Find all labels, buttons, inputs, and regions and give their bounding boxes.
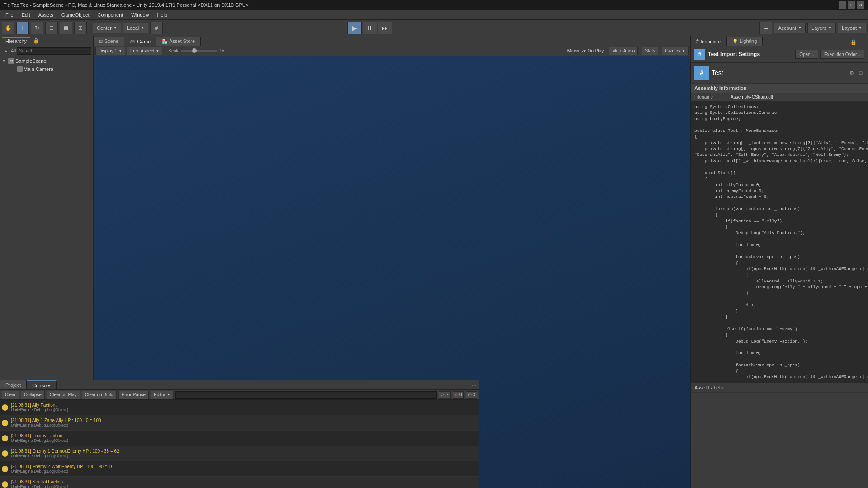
clear-on-play-btn[interactable]: Clear on Play — [47, 391, 80, 399]
collapse-btn[interactable]: Collapse — [21, 391, 45, 399]
inspector-lock-icon[interactable]: 🔒 — [850, 38, 857, 46]
asset-labels-section: Asset Labels — [691, 383, 868, 393]
execution-order-btn[interactable]: Execution Order... — [820, 50, 864, 59]
hierarchy-search[interactable] — [17, 47, 91, 55]
maximize-on-play[interactable]: Maximize On Play — [566, 48, 606, 53]
import-settings-title: Test Import Settings — [708, 51, 760, 57]
menu-component[interactable]: Component — [94, 11, 127, 19]
console-line2: UnityEngine.Debug.Log(Object) — [11, 408, 477, 412]
tool-scale[interactable]: ⊡ — [45, 22, 58, 34]
step-button[interactable]: ⏭ — [378, 22, 392, 34]
game-tab-label: Game — [137, 39, 151, 44]
pause-button[interactable]: ⏸ — [363, 22, 377, 34]
hierarchy-item-camera[interactable]: Main Camera — [0, 65, 93, 73]
tab-scene[interactable]: ⊡ Scene — [94, 37, 124, 46]
menu-edit[interactable]: Edit — [18, 11, 34, 19]
all-label: All — [11, 48, 16, 53]
inspector-content: # Test Import Settings Open... Execution… — [691, 46, 868, 488]
tab-inspector[interactable]: # Inspector — [691, 37, 727, 46]
hierarchy-lock-btn[interactable]: 🔒 — [32, 37, 40, 45]
lighting-tab-label: Lighting — [740, 38, 757, 44]
space-button[interactable]: Local ▼ — [123, 23, 148, 33]
inspector-more-icon[interactable]: ⋯ — [859, 38, 866, 46]
editor-label: Editor — [154, 392, 165, 397]
tool-rect[interactable]: ⊠ — [60, 22, 72, 34]
tab-console[interactable]: Console — [27, 380, 56, 389]
console-line1: [21:08:31] Ally 1 Zane.Ally HP : 100 - 0… — [11, 418, 477, 423]
display-dropdown[interactable]: Display 1 ▼ — [95, 47, 125, 55]
open-btn[interactable]: Open... — [795, 50, 818, 59]
code-block: using System.Collections; using System.C… — [691, 101, 868, 383]
play-controls: ▶ ⏸ ⏭ — [347, 22, 392, 34]
menu-window[interactable]: Window — [127, 11, 152, 19]
scene-menu-btn[interactable]: ⋯ — [87, 59, 91, 64]
import-settings-icon: # — [694, 49, 705, 60]
console-entry-text: [21:08:31] Neutral Faction. UnityEngine.… — [11, 479, 477, 488]
scale-slider[interactable] — [181, 50, 217, 52]
layers-dropdown[interactable]: Layers ▼ — [807, 23, 836, 33]
clear-btn[interactable]: Clear — [2, 391, 19, 399]
tool-rotate[interactable]: ↻ — [31, 22, 43, 34]
gizmos-dropdown[interactable]: Gizmos ▼ — [662, 47, 689, 55]
console-line2: UnityEngine.Debug.Log(Object) — [11, 484, 477, 488]
console-content: ! [21:08:31] Ally Faction. UnityEngine.D… — [0, 400, 479, 488]
tool-hand[interactable]: ✋ — [2, 22, 14, 34]
menu-help[interactable]: Help — [153, 11, 171, 19]
view-tabs: ⊡ Scene 🎮 Game 🏪 Asset Store — [94, 36, 690, 46]
layout-dropdown[interactable]: Layout ▼ — [838, 23, 866, 33]
play-button[interactable]: ▶ — [347, 22, 362, 34]
aspect-dropdown[interactable]: Free Aspect ▼ — [127, 47, 162, 55]
object-name: Test — [712, 69, 723, 76]
close-button[interactable]: ✕ — [857, 1, 864, 9]
layout-label: Layout — [842, 25, 857, 31]
pivot-button[interactable]: Center ▼ — [93, 23, 121, 33]
menu-gameobject[interactable]: GameObject — [58, 11, 93, 19]
object-settings-icon[interactable]: ⚙ — [848, 69, 855, 76]
menu-file[interactable]: File — [2, 11, 17, 19]
console-search[interactable] — [175, 391, 437, 399]
menu-bar: File Edit Assets GameObject Component Wi… — [0, 10, 868, 20]
collab-button[interactable]: ☁ — [760, 22, 772, 34]
pivot-label: Center — [97, 25, 112, 31]
hierarchy-item-scene[interactable]: ▼ ⊡ SampleScene ⋯ — [0, 57, 93, 65]
console-line1: [21:08:31] Neutral Faction. — [11, 479, 477, 484]
tool-transform[interactable]: ⊞ — [74, 22, 87, 34]
layout-chevron: ▼ — [859, 26, 862, 30]
tool-move[interactable]: ⊹ — [16, 22, 29, 34]
restore-button[interactable]: □ — [848, 1, 855, 9]
toolbar: ✋ ⊹ ↻ ⊡ ⊠ ⊞ Center ▼ Local ▼ # ▶ ⏸ ⏭ ☁ A… — [0, 20, 868, 36]
console-row[interactable]: ! [21:08:31] Enemy Faction. UnityEngine.… — [0, 431, 479, 446]
bottom-tabs: Project Console ⋯ — [0, 380, 479, 390]
bottom-panel-more[interactable]: ⋯ — [470, 382, 477, 389]
console-row[interactable]: ! [21:08:31] Enemy 1 Connor.Enemy HP : 1… — [0, 446, 479, 461]
console-row[interactable]: ! [21:08:31] Enemy 2 Wolf.Enemy HP : 100… — [0, 461, 479, 477]
toolbar-sep — [165, 47, 165, 55]
display-label: Display 1 — [99, 48, 117, 53]
tool-extra[interactable]: # — [150, 22, 163, 34]
console-row[interactable]: ! [21:08:31] Neutral Faction. UnityEngin… — [0, 477, 479, 488]
scale-handle — [192, 48, 197, 53]
error-badge: ⊘ 0 — [453, 391, 464, 399]
console-toolbar: Clear Collapse Clear on Play Clear on Bu… — [0, 390, 479, 400]
tab-project[interactable]: Project — [0, 380, 27, 389]
clear-on-build-btn[interactable]: Clear on Build — [82, 391, 117, 399]
hierarchy-tab[interactable]: Hierarchy — [2, 37, 30, 45]
error-pause-btn[interactable]: Error Pause — [118, 391, 149, 399]
minimize-button[interactable]: ─ — [839, 1, 846, 9]
tab-lighting[interactable]: 💡 Lighting — [727, 37, 763, 46]
tab-game[interactable]: 🎮 Game — [124, 37, 156, 46]
menu-assets[interactable]: Assets — [35, 11, 57, 19]
console-row[interactable]: ! [21:08:31] Ally 1 Zane.Ally HP : 100 -… — [0, 415, 479, 431]
inspector-tab-icon: # — [696, 39, 699, 44]
stats-btn[interactable]: Stats — [642, 47, 658, 55]
account-dropdown[interactable]: Account ▼ — [774, 23, 806, 33]
console-row[interactable]: ! [21:08:31] Ally Faction. UnityEngine.D… — [0, 400, 479, 415]
tab-asset-store[interactable]: 🏪 Asset Store — [156, 37, 201, 46]
editor-dropdown[interactable]: Editor ▼ — [151, 391, 174, 399]
warn-icon: ! — [2, 420, 8, 426]
object-more-icon[interactable]: □ — [857, 69, 864, 76]
hierarchy-add-btn[interactable]: + — [2, 47, 10, 55]
console-tab-label: Console — [32, 383, 50, 388]
console-line2: UnityEngine.Debug.Log(Object) — [11, 469, 477, 474]
mute-audio-btn[interactable]: Mute Audio — [609, 47, 638, 55]
